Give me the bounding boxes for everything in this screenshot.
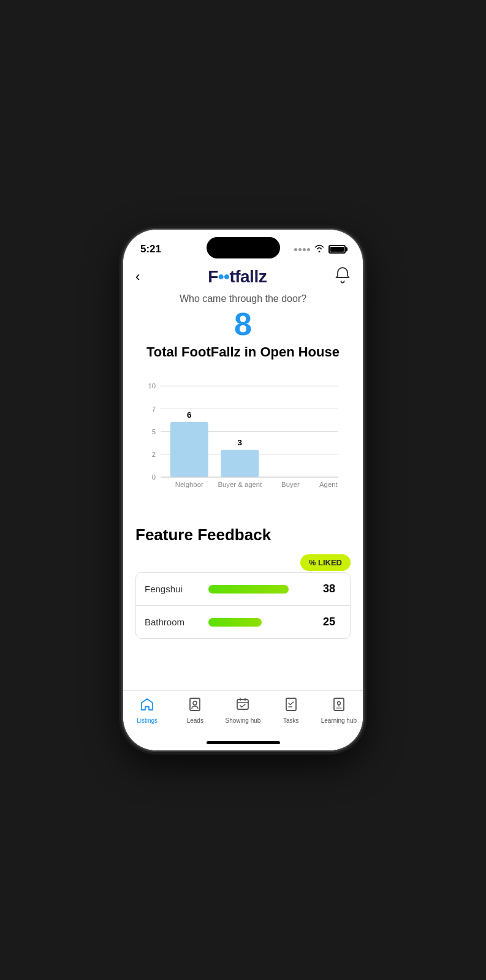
total-count: 8 [135,307,351,342]
svg-rect-10 [170,422,208,477]
percent-liked-badge: % LIKED [300,554,351,571]
battery-icon [328,245,346,254]
feedback-bar-wrap-fengshui [208,585,314,594]
nav-label-leads: Leads [187,717,203,724]
leads-icon [188,697,202,715]
nav-item-tasks[interactable]: Tasks [273,697,309,724]
home-indicator [207,741,280,744]
feedback-label-fengshui: Fengshui [145,584,200,594]
svg-text:Neighbor: Neighbor [175,481,203,489]
phone-frame: 5:21 [123,229,363,751]
nav-label-showing-hub: Showing hub [226,717,261,724]
svg-text:6: 6 [187,410,191,420]
nav-item-listings[interactable]: Listings [129,697,165,724]
tasks-icon [284,697,298,715]
svg-text:Agent: Agent [319,481,338,489]
svg-text:Buyer: Buyer [281,481,300,489]
nav-label-listings: Listings [137,717,158,724]
app-logo: F••tfallz [208,267,267,287]
wifi-icon [314,244,325,254]
feedback-bar-fengshui [208,585,289,594]
svg-text:3: 3 [238,438,242,447]
feedback-label-bathroom: Bathroom [145,617,200,627]
learning-hub-icon [332,697,346,715]
feedback-value-fengshui: 38 [323,582,341,595]
svg-text:0: 0 [152,473,156,481]
svg-text:10: 10 [148,383,156,390]
feedback-row-bathroom: Bathroom 25 [136,606,350,638]
svg-text:2: 2 [152,451,156,458]
signal-icon [294,248,310,251]
nav-label-tasks: Tasks [283,717,299,724]
showing-hub-icon [235,697,250,715]
notification-bell-icon[interactable] [335,266,351,287]
section-title: Total FootFallz in Open House [135,344,351,360]
svg-text:5: 5 [152,428,156,435]
listings-icon [140,697,154,715]
svg-text:7: 7 [152,405,156,413]
feedback-bar-wrap-bathroom [208,618,314,627]
app-header: ‹ F••tfallz [123,260,363,293]
phone-screen: 5:21 [123,230,363,750]
svg-text:Buyer & agent: Buyer & agent [218,481,262,489]
subtitle: Who came through the door? [135,293,351,304]
feedback-table: Fengshui 38 Bathroom 25 [135,572,351,639]
content-area: Who came through the door? 8 Total FootF… [123,293,363,690]
feedback-value-bathroom: 25 [323,616,341,628]
back-button[interactable]: ‹ [135,269,140,285]
svg-rect-21 [237,699,248,709]
feedback-row-fengshui: Fengshui 38 [136,573,350,606]
dynamic-island [207,237,280,258]
svg-point-20 [193,701,197,705]
nav-item-leads[interactable]: Leads [177,697,213,724]
nav-label-learning-hub: Learning hub [321,717,357,724]
bottom-nav: Listings Leads [123,690,363,736]
feedback-bar-bathroom [208,618,262,627]
status-time: 5:21 [140,243,161,255]
svg-rect-12 [221,450,259,477]
feature-feedback-title: Feature Feedback [135,526,351,545]
status-icons [294,244,346,254]
nav-item-learning-hub[interactable]: Learning hub [321,697,357,724]
nav-item-showing-hub[interactable]: Showing hub [224,697,261,724]
svg-point-24 [337,702,340,705]
bar-chart: 10 7 5 2 0 6 3 Neigh [135,372,351,507]
